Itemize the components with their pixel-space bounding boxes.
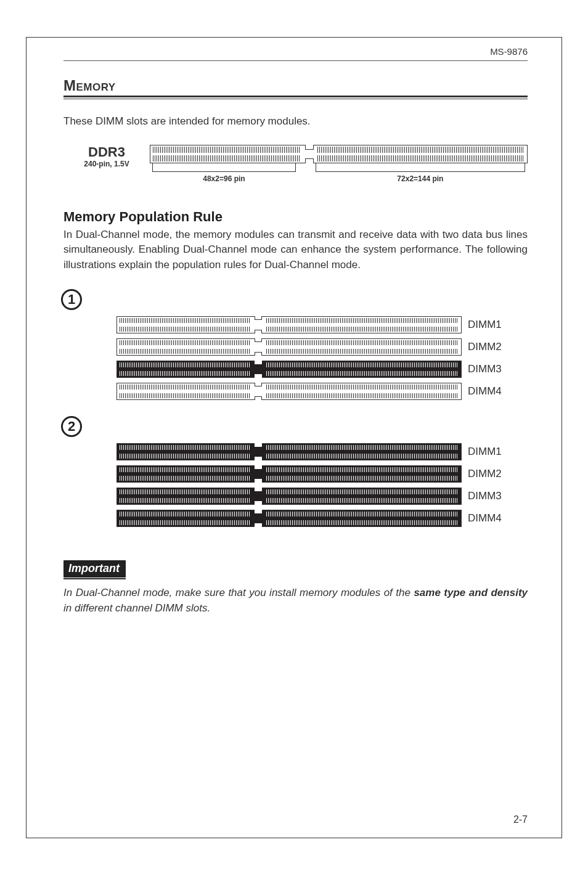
page-number: 2-7 <box>513 814 528 825</box>
pin-brackets: 48x2=96 pin 72x2=144 pin <box>150 163 528 188</box>
model-number: MS-9876 <box>63 38 528 60</box>
ddr-label-small: 240-pin, 1.5V <box>63 160 150 168</box>
dimm-slot-filled <box>116 510 462 527</box>
slot-stack-2: DIMM1 DIMM2 DIMM3 DIMM4 <box>116 443 528 527</box>
important-bold: same type and density <box>414 587 528 598</box>
ddr-label-big: DDR3 <box>63 145 150 160</box>
slot-row: DIMM4 <box>116 510 528 527</box>
slot-row: DIMM2 <box>116 465 528 483</box>
population-rule-paragraph: In Dual-Channel mode, the memory modules… <box>63 227 528 273</box>
slot-stack-1: DIMM1 DIMM2 DIMM3 DIMM4 <box>116 316 528 400</box>
dimm-slot-filled <box>116 488 462 505</box>
slot-row: DIMM2 <box>116 338 528 356</box>
dimm-slot <box>116 383 462 400</box>
important-pre: In Dual-Channel mode, make sure that you… <box>63 587 414 598</box>
config-badge-1: 1 <box>61 289 82 310</box>
dimm-slot-filled <box>116 361 462 378</box>
section-heading-memory: Memory <box>63 77 528 94</box>
slot-row: DIMM3 <box>116 361 528 378</box>
ddr-connector-graphic <box>150 145 528 163</box>
important-post: in different channel DIMM slots. <box>63 602 210 614</box>
dimm-label: DIMM1 <box>468 446 511 458</box>
dimm-slot-filled <box>116 443 462 460</box>
slot-row: DIMM4 <box>116 383 528 400</box>
important-text: In Dual-Channel mode, make sure that you… <box>63 585 528 616</box>
subheading-population-rule: Memory Population Rule <box>63 209 528 225</box>
slot-row: DIMM1 <box>116 443 528 460</box>
dimm-label: DIMM3 <box>468 490 511 502</box>
slot-row: DIMM1 <box>116 316 528 333</box>
bracket-label-left: 48x2=96 pin <box>152 174 296 183</box>
important-callout: Important In Dual-Channel mode, make sur… <box>63 560 528 616</box>
ddr-diagram: DDR3 240-pin, 1.5V 48x2=96 pin 72x2=144 … <box>63 145 528 188</box>
dimm-label: DIMM4 <box>468 385 511 398</box>
dimm-label: DIMM2 <box>468 341 511 353</box>
dimm-label: DIMM4 <box>468 512 511 525</box>
heading-rule-thin <box>63 99 528 99</box>
config-badge-2: 2 <box>61 416 82 437</box>
slot-row: DIMM3 <box>116 488 528 505</box>
dimm-slot-filled <box>116 465 462 483</box>
ddr-label: DDR3 240-pin, 1.5V <box>63 145 150 168</box>
dimm-slot <box>116 316 462 333</box>
heading-rule-thick <box>63 96 528 97</box>
dimm-label: DIMM1 <box>468 319 511 331</box>
dimm-label: DIMM2 <box>468 468 511 480</box>
header-rule <box>63 60 528 61</box>
dimm-label: DIMM3 <box>468 363 511 375</box>
dimm-slot <box>116 338 462 356</box>
bracket-label-right: 72x2=144 pin <box>316 174 525 183</box>
memory-intro: These DIMM slots are intended for memory… <box>63 114 528 129</box>
important-badge: Important <box>63 560 126 578</box>
